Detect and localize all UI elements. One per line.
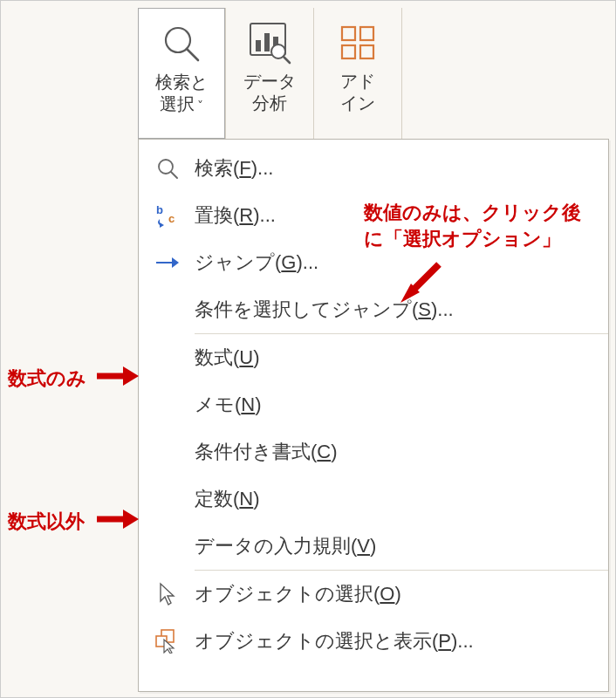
svg-rect-11	[360, 45, 373, 58]
selection-pane-icon	[151, 629, 184, 654]
menu-notes[interactable]: メモ(N)	[139, 381, 608, 428]
menu-item-label: 置換(R)...	[195, 202, 276, 229]
menu-item-label: 条件付き書式(C)	[195, 439, 338, 465]
menu-goto-special[interactable]: 条件を選択してジャンプ(S)...	[139, 286, 608, 333]
menu-formulas[interactable]: 数式(U)	[139, 334, 608, 381]
menu-item-label: 数式(U)	[195, 345, 260, 371]
annotation-numbers-only: 数値のみは、クリック後 に「選択オプション」	[364, 200, 581, 251]
red-arrow-icon	[97, 510, 139, 529]
cursor-icon	[151, 582, 184, 606]
svg-rect-8	[342, 27, 355, 40]
svg-rect-3	[256, 40, 261, 51]
svg-text:b: b	[156, 203, 163, 216]
chart-magnifier-icon	[245, 18, 294, 67]
addins-grid-icon	[333, 18, 382, 67]
menu-item-label: オブジェクトの選択(O)	[195, 581, 401, 607]
annotation-non-formulas: 数式以外	[8, 509, 85, 535]
search-icon	[151, 156, 184, 181]
magnifier-icon	[157, 19, 206, 68]
svg-marker-23	[123, 510, 139, 529]
menu-item-label: ジャンプ(G)...	[195, 250, 318, 276]
red-arrow-diagonal-icon	[394, 257, 446, 310]
svg-line-1	[187, 49, 198, 60]
menu-item-label: 定数(N)	[195, 486, 260, 512]
svg-line-13	[171, 172, 177, 178]
svg-marker-17	[172, 257, 179, 268]
menu-selection-pane[interactable]: オブジェクトの選択と表示(P)...	[139, 618, 608, 665]
svg-rect-10	[342, 45, 355, 58]
menu-item-label: データの入力規則(V)	[195, 533, 376, 559]
find-select-button[interactable]: 検索と 選択 ˅	[138, 8, 225, 139]
menu-select-objects[interactable]: オブジェクトの選択(O)	[139, 571, 608, 618]
svg-rect-4	[264, 33, 270, 51]
svg-line-24	[413, 264, 439, 291]
red-arrow-icon	[97, 366, 139, 386]
addins-button[interactable]: アド イン	[314, 8, 401, 139]
menu-item-label: メモ(N)	[195, 392, 262, 418]
ribbon-group: 検索と 選択 ˅ データ 分析	[138, 8, 402, 139]
svg-rect-9	[360, 27, 373, 40]
addins-label: アド イン	[340, 71, 375, 114]
arrow-right-icon	[151, 254, 184, 271]
find-select-label: 検索と 選択 ˅	[155, 72, 208, 115]
menu-constants[interactable]: 定数(N)	[139, 476, 608, 523]
menu-item-label: 検索(F)...	[195, 155, 273, 181]
svg-line-7	[284, 57, 290, 63]
menu-data-validation[interactable]: データの入力規則(V)	[139, 523, 608, 570]
svg-text:c: c	[168, 212, 175, 225]
svg-marker-21	[123, 366, 139, 386]
menu-find[interactable]: 検索(F)...	[139, 145, 608, 192]
replace-icon: b c	[151, 203, 184, 228]
annotation-formulas-only: 数式のみ	[8, 366, 86, 392]
data-analysis-label: データ 分析	[243, 71, 296, 114]
ribbon-divider	[401, 8, 402, 139]
menu-item-label: オブジェクトの選択と表示(P)...	[195, 628, 474, 654]
data-analysis-button[interactable]: データ 分析	[226, 8, 313, 139]
menu-conditional-formatting[interactable]: 条件付き書式(C)	[139, 428, 608, 476]
